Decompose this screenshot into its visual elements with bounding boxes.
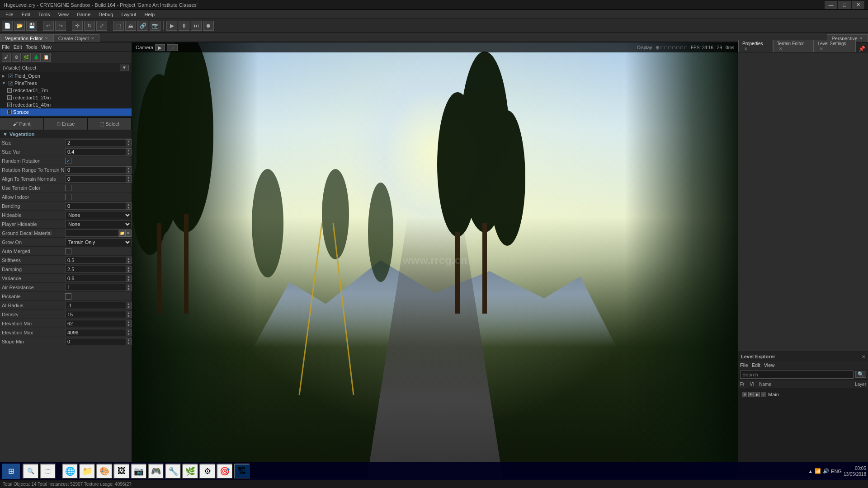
prop-elevation-max-input[interactable] bbox=[67, 330, 124, 335]
tab-create-object[interactable]: Create Object ✕ bbox=[53, 34, 99, 42]
vegetation-object-list[interactable]: ▶ Field_Open ▼ PineTrees redcedar01_7m r… bbox=[0, 72, 132, 117]
taskbar-sandbox[interactable]: 🏗 bbox=[234, 464, 250, 479]
le-menu-file[interactable]: File bbox=[740, 362, 748, 368]
tab-close-veg[interactable]: ✕ bbox=[45, 36, 48, 41]
le-item-main[interactable]: ❄ 👁 ▶ ✓ Main bbox=[740, 391, 866, 398]
prop-variance-value[interactable] bbox=[65, 275, 126, 282]
prop-ground-decal-clear[interactable]: ✕ bbox=[125, 230, 132, 237]
prop-damping-value[interactable] bbox=[65, 266, 126, 273]
prop-size-input[interactable] bbox=[67, 140, 124, 145]
cedar7m-checkbox[interactable] bbox=[7, 88, 12, 93]
maximize-button[interactable]: □ bbox=[838, 1, 851, 9]
prop-rotation-range-spinner[interactable]: ▲▼ bbox=[126, 166, 132, 174]
toolbar-save[interactable]: 💾 bbox=[26, 21, 37, 31]
toolbar-link[interactable]: 🔗 bbox=[137, 21, 148, 31]
tab-vegetation-editor[interactable]: Vegetation Editor ✕ bbox=[0, 34, 53, 42]
taskbar-app5[interactable]: 🔧 bbox=[165, 464, 181, 479]
tab-level-settings[interactable]: Level Settings ✕ bbox=[814, 40, 856, 52]
paint-button[interactable]: 🖌 Paint bbox=[0, 118, 44, 130]
toolbar-redo[interactable]: ↪ bbox=[55, 21, 66, 31]
tree-item-spruce[interactable]: Spruce bbox=[0, 108, 132, 116]
left-tool-1[interactable]: 🖌 bbox=[2, 53, 11, 62]
prop-random-rotation-checkbox[interactable] bbox=[65, 158, 71, 164]
taskbar-app7[interactable]: ⚙ bbox=[199, 464, 216, 479]
prop-elevation-max-spinner[interactable]: ▲▼ bbox=[126, 329, 132, 336]
toolbar-new[interactable]: 📄 bbox=[2, 21, 13, 31]
prop-elevation-max-value[interactable] bbox=[65, 329, 126, 336]
prop-bending-input[interactable] bbox=[67, 203, 124, 209]
tree-item-cedar-7m[interactable]: redcedar01_7m bbox=[0, 87, 132, 94]
tree-item-cedar-20m[interactable]: redcedar01_20m bbox=[0, 94, 132, 101]
prop-bending-spinner[interactable]: ▲▼ bbox=[126, 202, 132, 210]
prop-ai-radius-spinner[interactable]: ▲▼ bbox=[126, 302, 132, 309]
tab-close-create[interactable]: ✕ bbox=[91, 36, 94, 41]
pinetrees-checkbox[interactable] bbox=[9, 81, 13, 85]
toolbar-rotate[interactable]: ↻ bbox=[84, 21, 95, 31]
taskbar-app8[interactable]: 🎯 bbox=[217, 464, 233, 479]
taskbar-start-button[interactable]: ⊞ bbox=[2, 464, 20, 479]
prop-stiffness-input[interactable] bbox=[67, 258, 124, 263]
left-tool-3[interactable]: 🌿 bbox=[22, 53, 31, 62]
prop-align-terrain-spinner[interactable]: ▲▼ bbox=[126, 175, 132, 183]
taskbar-app4[interactable]: 🎮 bbox=[148, 464, 164, 479]
le-search-button[interactable]: 🔍 bbox=[855, 371, 866, 378]
left-menu-view[interactable]: View bbox=[41, 44, 52, 50]
prop-elevation-min-spinner[interactable]: ▲▼ bbox=[126, 320, 132, 327]
prop-allow-indoor-checkbox[interactable] bbox=[65, 194, 71, 200]
viewport[interactable]: www.rrcg.cn Camera ▶ → Display ⊞ □ □ □ □… bbox=[132, 42, 738, 478]
prop-stiffness-spinner[interactable]: ▲▼ bbox=[126, 257, 132, 264]
tab-level-settings-close[interactable]: ✕ bbox=[820, 47, 823, 51]
taskbar-clock[interactable]: 00:05 13/05/2018 bbox=[844, 465, 866, 477]
cedar20m-checkbox[interactable] bbox=[7, 95, 12, 100]
prop-damping-spinner[interactable]: ▲▼ bbox=[126, 266, 132, 273]
menu-help[interactable]: Help bbox=[141, 11, 158, 18]
left-menu-edit[interactable]: Edit bbox=[14, 44, 22, 50]
menu-debug[interactable]: Debug bbox=[95, 11, 117, 18]
prop-slope-min-spinner[interactable]: ▲▼ bbox=[126, 338, 132, 345]
prop-stiffness-value[interactable] bbox=[65, 257, 126, 264]
prop-use-terrain-color-checkbox[interactable] bbox=[65, 185, 71, 191]
prop-air-resistance-input[interactable] bbox=[67, 285, 124, 290]
prop-rotation-range-value[interactable] bbox=[65, 166, 126, 174]
taskbar-explorer[interactable]: 📁 bbox=[79, 464, 95, 479]
level-explorer-close[interactable]: ✕ bbox=[862, 354, 865, 359]
taskbar-app3[interactable]: 📷 bbox=[131, 464, 147, 479]
le-expand-icon[interactable]: ▶ bbox=[755, 392, 760, 397]
viewport-cam-btn-2[interactable]: → bbox=[167, 44, 178, 51]
prop-damping-input[interactable] bbox=[67, 267, 124, 272]
prop-slope-min-input[interactable] bbox=[67, 339, 124, 344]
toolbar-select[interactable]: ⬚ bbox=[113, 21, 124, 31]
prop-pickable-checkbox[interactable] bbox=[65, 293, 71, 300]
prop-ai-radius-input[interactable] bbox=[67, 303, 124, 308]
toolbar-open[interactable]: 📂 bbox=[14, 21, 25, 31]
prop-size-var-input[interactable] bbox=[67, 149, 124, 155]
prop-density-spinner[interactable]: ▲▼ bbox=[126, 311, 132, 318]
prop-ai-radius-value[interactable] bbox=[65, 302, 126, 309]
prop-ground-decal-value[interactable] bbox=[65, 230, 119, 237]
prop-player-hideable-dropdown[interactable]: None bbox=[66, 221, 131, 228]
prop-size-spinner[interactable]: ▲▼ bbox=[126, 139, 132, 146]
level-explorer-search[interactable] bbox=[740, 371, 854, 379]
left-menu-tools[interactable]: Tools bbox=[26, 44, 38, 50]
tab-properties-close[interactable]: ✕ bbox=[744, 47, 748, 51]
prop-hideable-select[interactable]: None bbox=[65, 211, 132, 219]
tree-item-field-open[interactable]: ▶ Field_Open bbox=[0, 72, 132, 80]
spruce-checkbox[interactable] bbox=[7, 110, 12, 114]
prop-rotation-range-input[interactable] bbox=[67, 167, 124, 173]
prop-size-value[interactable] bbox=[65, 139, 126, 146]
taskbar-search[interactable]: 🔍 bbox=[23, 464, 39, 479]
taskbar-task-view[interactable]: ⬚ bbox=[40, 464, 56, 479]
erase-button[interactable]: ◻ Erase bbox=[44, 118, 88, 130]
minimize-button[interactable]: — bbox=[825, 1, 837, 9]
tab-terrain-editor[interactable]: Terrain Editor ✕ bbox=[773, 40, 814, 52]
prop-elevation-min-value[interactable] bbox=[65, 320, 126, 327]
toolbar-play[interactable]: ▶ bbox=[166, 21, 177, 31]
vegetation-section-header[interactable]: ▼ Vegetation bbox=[0, 130, 132, 138]
taskbar-app1[interactable]: 🎨 bbox=[96, 464, 113, 479]
prop-size-var-spinner[interactable]: ▲▼ bbox=[126, 148, 132, 155]
prop-elevation-min-input[interactable] bbox=[67, 321, 124, 326]
viewport-cam-btn-1[interactable]: ▶ bbox=[155, 44, 165, 51]
prop-density-input[interactable] bbox=[67, 312, 124, 317]
tab-terrain-close[interactable]: ✕ bbox=[779, 47, 783, 51]
prop-hideable-dropdown[interactable]: None bbox=[66, 211, 131, 219]
